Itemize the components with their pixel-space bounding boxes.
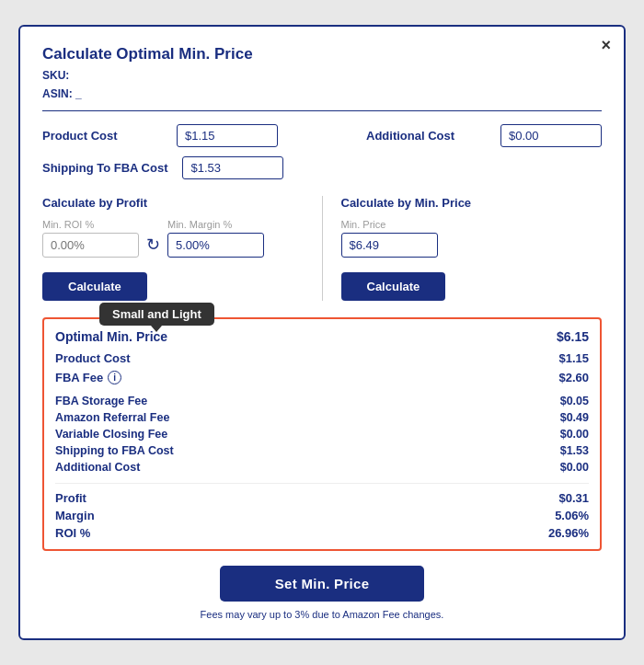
header-divider — [42, 110, 602, 111]
variable-closing-row: Variable Closing Fee $0.00 — [55, 426, 589, 442]
product-cost-result-value: $1.15 — [558, 351, 589, 365]
shipping-fba-result-label: Shipping to FBA Cost — [55, 444, 174, 457]
shipping-fba-input[interactable] — [182, 156, 283, 179]
additional-cost-label: Additional Cost — [366, 129, 486, 143]
amazon-referral-label: Amazon Referral Fee — [55, 411, 169, 424]
roi-row: ROI % 26.96% — [55, 524, 589, 542]
calc-by-min-price-section: Calculate by Min. Price Min. Price Calcu… — [323, 196, 603, 301]
amazon-referral-row: Amazon Referral Fee $0.49 — [55, 409, 589, 426]
sku-asin-section: SKU: ASIN: _ — [42, 67, 602, 102]
modal-title: Calculate Optimal Min. Price — [42, 45, 602, 63]
set-min-price-button[interactable]: Set Min. Price — [220, 566, 425, 602]
calc-sections: Calculate by Profit Min. ROI % ↻ Min. Ma… — [42, 196, 602, 301]
product-cost-result-label: Product Cost — [55, 351, 131, 365]
min-roi-group: Min. ROI % — [42, 219, 139, 258]
profit-section: Profit $0.31 Margin 5.06% ROI % 26.96% — [55, 483, 589, 542]
fba-fee-result-label: FBA Fee i — [55, 371, 121, 384]
margin-label: Margin — [55, 509, 95, 522]
refresh-icon[interactable]: ↻ — [146, 235, 160, 255]
product-cost-label: Product Cost — [42, 129, 162, 143]
shipping-fba-label: Shipping To FBA Cost — [42, 161, 167, 175]
modal-container: × Calculate Optimal Min. Price SKU: ASIN… — [18, 25, 626, 639]
profit-label: Profit — [55, 491, 86, 505]
asin-value: _ — [75, 87, 82, 100]
fba-fee-result-value: $2.60 — [558, 371, 589, 384]
shipping-fields-row: Shipping To FBA Cost — [42, 156, 602, 179]
min-margin-input[interactable] — [167, 233, 264, 258]
min-margin-label: Min. Margin % — [167, 219, 264, 230]
calc-by-profit-section: Calculate by Profit Min. ROI % ↻ Min. Ma… — [42, 196, 323, 301]
sub-results-section: FBA Storage Fee $0.05 Amazon Referral Fe… — [55, 393, 589, 476]
min-roi-input[interactable] — [42, 233, 139, 258]
fba-fee-result-row: FBA Fee i $2.60 — [55, 368, 589, 387]
roi-value: 26.96% — [548, 526, 589, 540]
small-and-light-tooltip: Small and Light — [99, 303, 214, 326]
disclaimer-text: Fees may vary up to 3% due to Amazon Fee… — [42, 609, 602, 620]
fba-storage-row: FBA Storage Fee $0.05 — [55, 393, 589, 409]
min-roi-label: Min. ROI % — [42, 219, 139, 230]
cost-fields-row: Product Cost Additional Cost — [42, 124, 602, 147]
additional-cost-input[interactable] — [500, 124, 602, 147]
shipping-fba-result-value: $1.53 — [560, 444, 589, 457]
margin-value: 5.06% — [555, 509, 589, 522]
close-button[interactable]: × — [601, 36, 611, 55]
calc-by-profit-title: Calculate by Profit — [42, 196, 304, 210]
fba-fee-info-icon[interactable]: i — [108, 371, 121, 384]
profit-row: Profit $0.31 — [55, 489, 589, 507]
results-section: Small and Light Optimal Min. Price $6.15… — [42, 317, 602, 551]
calc-by-min-price-title: Calculate by Min. Price — [341, 196, 603, 210]
optimal-min-price-value: $6.15 — [557, 329, 589, 344]
min-price-group: Min. Price — [341, 219, 438, 258]
roi-label: ROI % — [55, 526, 90, 540]
additional-cost-result-row: Additional Cost $0.00 — [55, 459, 589, 476]
calc-by-min-price-button[interactable]: Calculate — [341, 272, 446, 301]
min-margin-group: Min. Margin % — [167, 219, 264, 258]
min-price-label: Min. Price — [341, 219, 438, 230]
sku-label: SKU: — [42, 69, 69, 82]
fba-storage-label: FBA Storage Fee — [55, 395, 147, 407]
shipping-fba-result-row: Shipping to FBA Cost $1.53 — [55, 442, 589, 459]
variable-closing-value: $0.00 — [560, 428, 589, 441]
additional-cost-result-label: Additional Cost — [55, 461, 140, 474]
product-cost-input[interactable] — [177, 124, 278, 147]
calc-by-profit-button[interactable]: Calculate — [42, 272, 147, 301]
optimal-min-price-row: Optimal Min. Price $6.15 — [55, 327, 589, 349]
profit-value: $0.31 — [558, 491, 589, 505]
variable-closing-label: Variable Closing Fee — [55, 428, 167, 441]
amazon-referral-value: $0.49 — [560, 411, 589, 424]
additional-cost-result-value: $0.00 — [560, 461, 589, 474]
asin-label: ASIN: — [42, 87, 73, 100]
fba-storage-value: $0.05 — [560, 395, 589, 407]
min-price-input[interactable] — [341, 233, 438, 258]
margin-row: Margin 5.06% — [55, 507, 589, 524]
product-cost-result-row: Product Cost $1.15 — [55, 349, 589, 368]
calc-profit-inputs-row: Min. ROI % ↻ Min. Margin % — [42, 219, 304, 258]
calc-min-price-inputs-row: Min. Price — [341, 219, 603, 258]
